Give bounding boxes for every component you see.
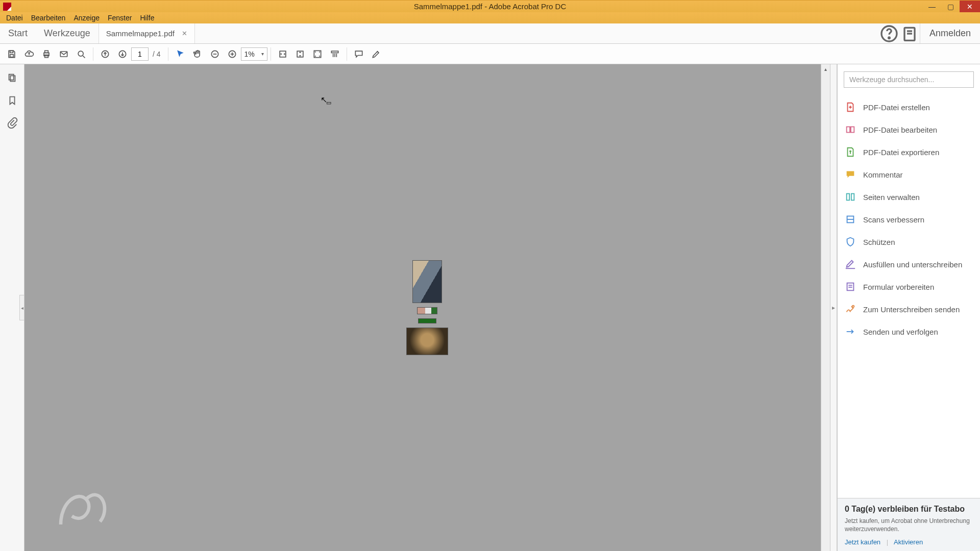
tool-item-pages[interactable]: Seiten verwalten [838, 186, 980, 208]
svg-rect-21 [297, 51, 303, 57]
minimize-button[interactable]: ― [923, 1, 941, 12]
tool-item-label: Scans verbessern [863, 215, 924, 224]
scroll-up-arrow-icon[interactable]: ▴ [821, 64, 830, 73]
print-button[interactable] [38, 45, 55, 63]
tool-item-sendsign[interactable]: Zum Unterschreiben senden [838, 298, 980, 320]
tab-start[interactable]: Start [0, 23, 36, 43]
tool-item-protect[interactable]: Schützen [838, 231, 980, 253]
signin-link[interactable]: Anmelden [920, 23, 980, 43]
tool-item-comment[interactable]: Kommentar [838, 163, 980, 186]
search-placeholder: Werkzeuge durchsuchen... [849, 76, 934, 84]
prev-page-button[interactable] [96, 45, 114, 63]
activate-link[interactable]: Aktivieren [894, 538, 923, 546]
select-tool-button[interactable] [172, 45, 189, 63]
cloud-upload-button[interactable] [20, 45, 38, 63]
fit-width-button[interactable] [274, 45, 291, 63]
menu-fenster[interactable]: Fenster [104, 13, 136, 23]
svg-rect-23 [331, 51, 338, 53]
menu-bearbeiten[interactable]: Bearbeiten [27, 13, 70, 23]
read-mode-button[interactable] [326, 45, 344, 63]
pages-icon [845, 191, 856, 203]
menu-datei[interactable]: Datei [2, 13, 27, 23]
trial-banner: 0 Tag(e) verbleiben für Testabo Jetzt ka… [838, 498, 980, 551]
svg-rect-27 [9, 74, 13, 80]
comment-icon [845, 169, 856, 180]
menu-anzeige[interactable]: Anzeige [69, 13, 104, 23]
email-button[interactable] [55, 45, 72, 63]
window-title: Sammelmappe1.pdf - Adobe Acrobat Pro DC [414, 2, 567, 11]
tool-item-scan[interactable]: Scans verbessern [838, 208, 980, 231]
tool-item-fill[interactable]: Ausfüllen und unterschreiben [838, 253, 980, 276]
tool-item-track[interactable]: Senden und verfolgen [838, 320, 980, 343]
tool-item-label: PDF-Datei exportieren [863, 148, 939, 157]
tools-panel: Werkzeuge durchsuchen... PDF-Datei erste… [837, 64, 980, 551]
tool-item-label: PDF-Datei bearbeiten [863, 126, 937, 134]
close-tab-icon[interactable]: ✕ [182, 30, 187, 37]
left-panel-expand-handle[interactable]: ◂ [19, 295, 24, 320]
page-thumbnail[interactable] [418, 318, 436, 323]
page-number-input[interactable] [131, 47, 149, 61]
create-icon [845, 102, 856, 113]
tool-item-form[interactable]: Formular vorbereiten [838, 276, 980, 298]
acrobat-app-icon [3, 3, 11, 11]
buy-now-link[interactable]: Jetzt kaufen [845, 538, 880, 546]
svg-rect-6 [10, 54, 14, 57]
svg-point-38 [852, 306, 854, 308]
trial-headline: 0 Tag(e) verbleiben für Testabo [845, 505, 973, 514]
tool-item-label: PDF-Datei erstellen [863, 103, 930, 112]
tool-item-label: Kommentar [863, 170, 903, 179]
bookmarks-icon[interactable] [7, 95, 18, 106]
menu-hilfe[interactable]: Hilfe [136, 13, 158, 23]
svg-rect-31 [847, 194, 850, 201]
chevron-down-icon: ▾ [261, 51, 264, 57]
svg-rect-8 [45, 51, 48, 53]
zoom-dropdown[interactable]: 1% ▾ [241, 47, 267, 61]
trial-description: Jetzt kaufen, um Acrobat ohne Unterbrech… [845, 517, 973, 533]
close-button[interactable]: ✕ [960, 1, 980, 12]
next-page-button[interactable] [114, 45, 131, 63]
hand-tool-button[interactable] [189, 45, 206, 63]
export-icon [845, 146, 856, 158]
fit-page-button[interactable] [291, 45, 309, 63]
svg-rect-32 [851, 194, 854, 201]
vertical-scrollbar[interactable]: ▴ [821, 64, 830, 551]
tools-search-input[interactable]: Werkzeuge durchsuchen... [844, 71, 974, 88]
comment-button[interactable] [350, 45, 368, 63]
tool-item-create[interactable]: PDF-Datei erstellen [838, 96, 980, 118]
page-thumbnail[interactable] [412, 260, 442, 303]
tool-item-export[interactable]: PDF-Datei exportieren [838, 141, 980, 163]
attachments-icon[interactable] [7, 117, 18, 129]
document-tab[interactable]: Sammelmappe1.pdf ✕ [99, 23, 195, 43]
form-icon [845, 281, 856, 292]
scan-icon [845, 214, 856, 225]
tools-list: PDF-Datei erstellenPDF-Datei bearbeitenP… [838, 92, 980, 498]
page-thumbnail[interactable] [406, 328, 448, 355]
svg-rect-29 [847, 127, 850, 133]
menubar: Datei Bearbeiten Anzeige Fenster Hilfe [0, 12, 980, 23]
notifications-icon[interactable] [899, 23, 920, 43]
fit-visible-button[interactable] [309, 45, 326, 63]
toolbar: / 4 1% ▾ [0, 44, 980, 64]
help-icon[interactable] [879, 23, 899, 43]
protect-icon [845, 236, 856, 247]
tool-item-edit[interactable]: PDF-Datei bearbeiten [838, 118, 980, 141]
thumbnails-icon[interactable] [7, 72, 18, 84]
svg-line-12 [83, 56, 85, 58]
tool-item-label: Schützen [863, 238, 895, 246]
titlebar: Sammelmappe1.pdf - Adobe Acrobat Pro DC … [0, 0, 980, 12]
page-thumbnail[interactable] [417, 307, 437, 314]
page-thumbnails-stack [406, 260, 448, 355]
highlight-button[interactable] [368, 45, 385, 63]
right-panel-collapse-handle[interactable]: ▸ [830, 64, 837, 551]
tool-item-label: Formular vorbereiten [863, 283, 934, 291]
search-button[interactable] [72, 45, 90, 63]
tool-item-label: Seiten verwalten [863, 193, 920, 202]
zoom-out-button[interactable] [206, 45, 224, 63]
svg-point-1 [889, 37, 890, 39]
tab-tools[interactable]: Werkzeuge [36, 23, 99, 43]
edit-icon [845, 124, 856, 135]
maximize-button[interactable]: ▢ [941, 1, 960, 12]
zoom-in-button[interactable] [224, 45, 241, 63]
document-canvas[interactable]: ↖▭ ▴ [24, 64, 830, 551]
save-button[interactable] [3, 45, 20, 63]
